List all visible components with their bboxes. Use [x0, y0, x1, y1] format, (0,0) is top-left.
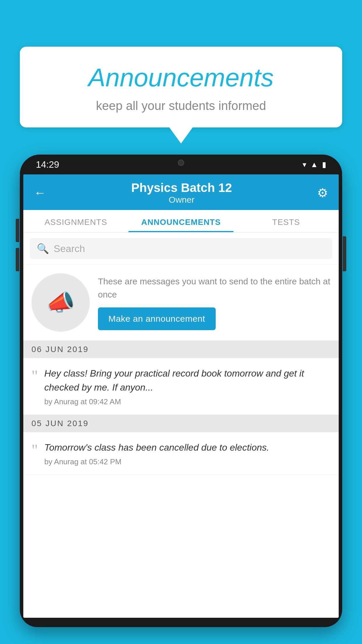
- header-title-area: Physics Batch 12 Owner: [46, 181, 317, 205]
- tab-announcements[interactable]: ANNOUNCEMENTS: [129, 210, 234, 232]
- front-camera: [178, 160, 184, 166]
- search-icon: 🔍: [37, 243, 49, 254]
- announcement-content-2: Tomorrow's class has been cancelled due …: [44, 440, 331, 466]
- speech-bubble-arrow: [169, 127, 193, 144]
- batch-title: Physics Batch 12: [46, 181, 317, 195]
- announcement-promo: 📣 These are messages you want to send to…: [23, 265, 339, 341]
- search-placeholder: Search: [54, 243, 85, 254]
- phone-notch: [152, 155, 210, 171]
- phone-frame: 14:29 ▾ ▲ ▮ ← Physics Batch 12 Owner ⚙: [20, 155, 342, 627]
- settings-icon[interactable]: ⚙: [317, 186, 328, 200]
- bubble-subtitle: keep all your students informed: [37, 99, 325, 113]
- announcement-content-1: Hey class! Bring your practical record b…: [44, 366, 331, 406]
- signal-icon: ▲: [310, 160, 318, 169]
- status-icons: ▾ ▲ ▮: [303, 160, 326, 169]
- status-bar: 14:29 ▾ ▲ ▮: [20, 155, 342, 174]
- power-button: [343, 236, 346, 271]
- wifi-icon: ▾: [303, 160, 306, 169]
- promo-text-area: These are messages you want to send to t…: [98, 275, 331, 330]
- announcement-meta-2: by Anurag at 05:42 PM: [44, 457, 331, 466]
- search-bar[interactable]: 🔍 Search: [30, 238, 332, 259]
- phone-mockup: 14:29 ▾ ▲ ▮ ← Physics Batch 12 Owner ⚙: [20, 155, 342, 644]
- tab-tests[interactable]: TESTS: [233, 210, 339, 232]
- make-announcement-button[interactable]: Make an announcement: [98, 307, 216, 330]
- bubble-title: Announcements: [37, 63, 325, 92]
- back-button[interactable]: ←: [34, 186, 46, 200]
- tab-assignments[interactable]: ASSIGNMENTS: [23, 210, 129, 232]
- quote-icon-1: ": [31, 368, 38, 384]
- announcement-item-2: " Tomorrow's class has been cancelled du…: [23, 432, 339, 475]
- quote-icon-2: ": [31, 442, 38, 458]
- announcement-meta-1: by Anurag at 09:42 AM: [44, 397, 331, 406]
- app-header: ← Physics Batch 12 Owner ⚙: [23, 174, 339, 210]
- phone-screen: ← Physics Batch 12 Owner ⚙ ASSIGNMENTS A…: [23, 174, 339, 618]
- speech-bubble-section: Announcements keep all your students inf…: [20, 47, 342, 144]
- batch-role: Owner: [46, 195, 317, 205]
- tab-bar: ASSIGNMENTS ANNOUNCEMENTS TESTS: [23, 210, 339, 233]
- promo-description: These are messages you want to send to t…: [98, 275, 331, 301]
- megaphone-icon: 📣: [46, 289, 75, 316]
- date-separator-2: 05 JUN 2019: [23, 415, 339, 432]
- announcement-item-1: " Hey class! Bring your practical record…: [23, 358, 339, 415]
- clock: 14:29: [36, 159, 59, 170]
- battery-icon: ▮: [322, 160, 326, 169]
- date-separator-1: 06 JUN 2019: [23, 341, 339, 358]
- volume-down-button: [16, 248, 19, 271]
- search-container: 🔍 Search: [23, 233, 339, 265]
- announcement-text-2: Tomorrow's class has been cancelled due …: [44, 440, 331, 454]
- announcement-text-1: Hey class! Bring your practical record b…: [44, 366, 331, 394]
- speech-bubble-card: Announcements keep all your students inf…: [20, 47, 342, 127]
- megaphone-circle: 📣: [31, 273, 90, 332]
- volume-up-button: [16, 219, 19, 242]
